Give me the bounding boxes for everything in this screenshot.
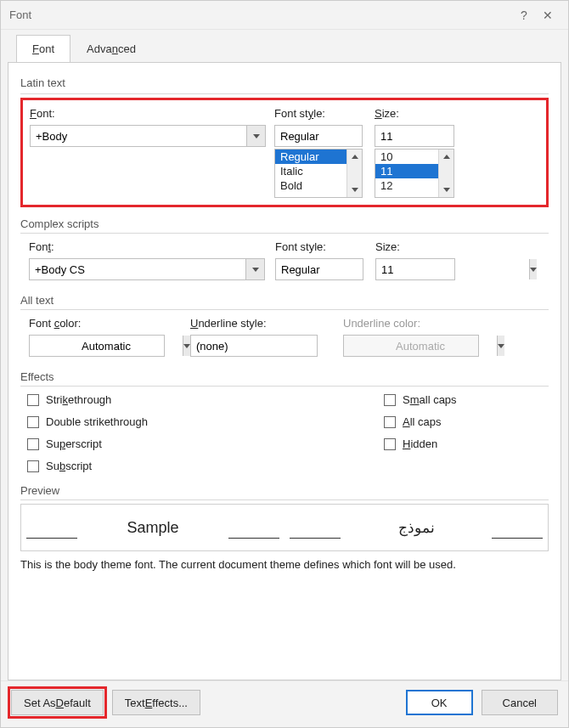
checkbox-icon bbox=[27, 394, 39, 406]
preview-box: Sample نموذج bbox=[20, 504, 549, 551]
preview-note: This is the body theme font. The current… bbox=[20, 558, 549, 571]
chevron-down-icon bbox=[443, 188, 450, 192]
checkbox-icon bbox=[27, 416, 39, 428]
size-option-11[interactable]: 11 bbox=[375, 164, 438, 178]
chevron-down-icon bbox=[183, 344, 190, 348]
font-style-option-bold[interactable]: Bold bbox=[275, 178, 346, 193]
tab-advanced[interactable]: Advanced bbox=[70, 35, 152, 63]
scroll-up-button[interactable] bbox=[439, 150, 454, 164]
complex-size-dropdown-button[interactable] bbox=[529, 259, 537, 279]
complex-font-combo[interactable] bbox=[29, 258, 265, 280]
complex-style-label: Font style: bbox=[275, 240, 375, 253]
group-divider bbox=[20, 386, 549, 387]
checkbox-small-caps[interactable]: Small caps bbox=[384, 393, 457, 406]
font-input[interactable] bbox=[31, 126, 246, 146]
tabs: Fontdocument.currentScript.previousEleme… bbox=[16, 35, 568, 63]
font-color-dropdown-button[interactable] bbox=[183, 336, 190, 356]
checkbox-hidden[interactable]: Hidden bbox=[384, 437, 457, 450]
complex-size-combo[interactable] bbox=[375, 258, 455, 280]
underline-style-label: Underline style: bbox=[190, 317, 324, 330]
set-as-default-button[interactable]: Set As Default bbox=[11, 690, 104, 715]
size-option-12[interactable]: 12 bbox=[375, 178, 438, 193]
preview-line-icon bbox=[228, 538, 279, 539]
font-style-listbox[interactable]: Regular Italic Bold bbox=[274, 149, 363, 198]
font-style-option-italic[interactable]: Italic bbox=[275, 164, 346, 178]
chevron-up-icon bbox=[443, 155, 450, 159]
chevron-down-icon bbox=[252, 268, 259, 272]
preview-line-icon bbox=[26, 538, 77, 539]
preview-sample-text: Sample bbox=[127, 519, 178, 537]
font-style-label: Font style: bbox=[274, 107, 375, 120]
complex-size-input[interactable] bbox=[376, 259, 529, 279]
chevron-down-icon bbox=[253, 134, 260, 138]
checkbox-icon bbox=[384, 416, 396, 428]
group-divider bbox=[20, 233, 549, 234]
checkbox-icon bbox=[27, 438, 39, 450]
title-bar: Font ? ✕ bbox=[1, 1, 568, 30]
preview-line-icon bbox=[290, 538, 341, 539]
complex-style-combo[interactable] bbox=[275, 258, 363, 280]
font-style-option-regular[interactable]: Regular bbox=[275, 150, 346, 164]
group-effects: Effects bbox=[20, 370, 549, 383]
underline-style-combo[interactable] bbox=[190, 335, 318, 357]
underline-color-combo bbox=[343, 335, 479, 357]
chevron-down-icon bbox=[530, 268, 537, 272]
size-label: Size: bbox=[375, 107, 463, 120]
underline-color-label: Underline color: bbox=[343, 317, 486, 330]
font-label: Font: bbox=[30, 107, 268, 120]
font-dropdown-button[interactable] bbox=[246, 126, 265, 146]
preview-sample-text-ar: نموذج bbox=[398, 519, 435, 537]
checkbox-strikethrough[interactable]: Strikethrough bbox=[27, 393, 384, 406]
chevron-up-icon bbox=[352, 155, 358, 159]
complex-font-input[interactable] bbox=[30, 259, 245, 279]
scroll-up-button[interactable] bbox=[347, 150, 362, 164]
group-divider bbox=[20, 499, 549, 500]
complex-size-label: Size: bbox=[375, 240, 464, 253]
checkbox-subscript[interactable]: Subscript bbox=[27, 460, 384, 472]
group-divider bbox=[20, 309, 549, 310]
underline-color-dropdown-button bbox=[497, 336, 504, 356]
checkbox-icon bbox=[384, 438, 396, 450]
font-color-combo[interactable] bbox=[29, 335, 165, 357]
checkbox-all-caps[interactable]: All caps bbox=[384, 415, 457, 428]
group-divider bbox=[20, 93, 549, 94]
scroll-down-button[interactable] bbox=[347, 183, 362, 197]
font-color-value[interactable] bbox=[30, 336, 183, 356]
checkbox-icon bbox=[384, 394, 396, 406]
checkbox-superscript[interactable]: Superscript bbox=[27, 437, 384, 450]
chevron-down-icon bbox=[352, 188, 358, 192]
help-icon[interactable]: ? bbox=[512, 8, 536, 22]
complex-font-label: Font: bbox=[29, 240, 275, 253]
font-dialog: Font ? ✕ Fontdocument.currentScript.prev… bbox=[0, 0, 569, 728]
complex-font-dropdown-button[interactable] bbox=[245, 259, 264, 279]
checkbox-icon bbox=[27, 460, 39, 472]
chevron-down-icon bbox=[498, 344, 504, 348]
ok-button[interactable]: OK bbox=[406, 690, 473, 715]
group-complex-scripts: Complex scripts bbox=[20, 217, 549, 230]
underline-color-value bbox=[344, 336, 497, 356]
checkbox-double-strikethrough[interactable]: Double strikethrough bbox=[27, 415, 384, 428]
size-input-combo[interactable] bbox=[375, 125, 454, 147]
tab-font[interactable]: Fontdocument.currentScript.previousEleme… bbox=[16, 35, 70, 63]
close-icon[interactable]: ✕ bbox=[536, 8, 560, 22]
size-scrollbar[interactable] bbox=[438, 150, 454, 197]
latin-text-highlight-box: Font: Font style: Regular Italic bbox=[20, 98, 549, 207]
size-option-10[interactable]: 10 bbox=[375, 150, 438, 164]
underline-style-value[interactable] bbox=[191, 336, 344, 356]
preview-sample-complex: نموذج bbox=[284, 505, 548, 550]
group-all-text: All text bbox=[20, 294, 549, 307]
tab-page-font: Latin text Font: Font style: bbox=[8, 62, 561, 680]
size-input[interactable] bbox=[375, 126, 528, 146]
cancel-button[interactable]: Cancel bbox=[482, 690, 558, 715]
group-preview: Preview bbox=[20, 484, 549, 497]
scroll-down-button[interactable] bbox=[439, 183, 454, 197]
text-effects-button[interactable]: Text Effects... bbox=[112, 690, 200, 715]
size-listbox[interactable]: 10 11 12 bbox=[375, 149, 454, 198]
dialog-footer: Set As Default Text Effects... OK Cancel bbox=[1, 680, 568, 727]
font-color-label: Font color: bbox=[29, 317, 172, 330]
font-style-input-combo[interactable] bbox=[274, 125, 363, 147]
preview-line-icon bbox=[492, 538, 543, 539]
preview-sample-latin: Sample bbox=[21, 505, 284, 550]
font-style-scrollbar[interactable] bbox=[346, 150, 362, 197]
font-combo[interactable] bbox=[30, 125, 266, 147]
